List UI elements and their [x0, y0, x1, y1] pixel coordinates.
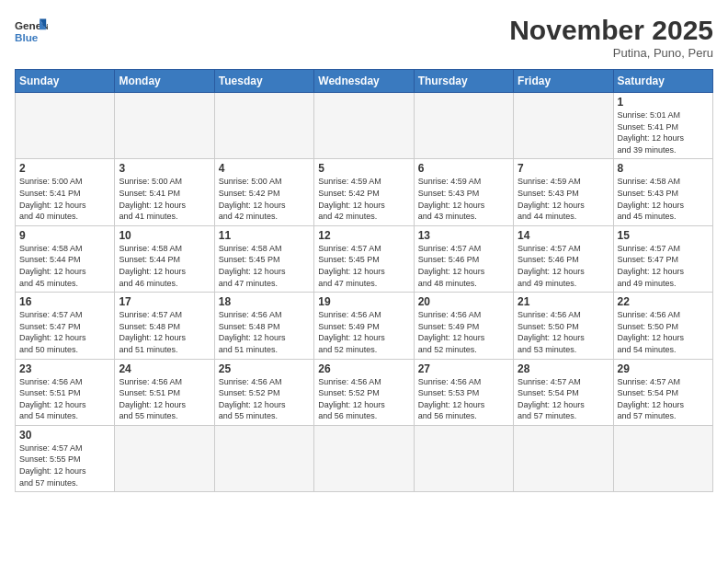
- day-number: 27: [418, 362, 509, 375]
- day-cell: 29Sunrise: 4:57 AM Sunset: 5:54 PM Dayli…: [613, 359, 712, 425]
- day-info: Sunrise: 4:58 AM Sunset: 5:43 PM Dayligh…: [618, 176, 709, 222]
- day-number: 22: [618, 295, 709, 308]
- day-cell: 22Sunrise: 4:56 AM Sunset: 5:50 PM Dayli…: [613, 293, 712, 359]
- day-number: 12: [318, 229, 409, 242]
- day-cell: [16, 93, 115, 159]
- day-cell: 18Sunrise: 4:56 AM Sunset: 5:48 PM Dayli…: [214, 293, 313, 359]
- day-cell: [414, 93, 513, 159]
- logo: General Blue: [15, 15, 48, 48]
- day-cell: [214, 425, 313, 491]
- day-info: Sunrise: 4:58 AM Sunset: 5:44 PM Dayligh…: [119, 243, 210, 289]
- day-cell: 12Sunrise: 4:57 AM Sunset: 5:45 PM Dayli…: [314, 225, 414, 292]
- day-cell: [214, 93, 313, 159]
- day-number: 23: [19, 362, 110, 375]
- day-cell: [514, 93, 613, 159]
- day-cell: 25Sunrise: 4:56 AM Sunset: 5:52 PM Dayli…: [214, 359, 313, 425]
- day-number: 17: [119, 295, 210, 308]
- day-info: Sunrise: 4:59 AM Sunset: 5:42 PM Dayligh…: [318, 176, 409, 222]
- day-cell: 5Sunrise: 4:59 AM Sunset: 5:42 PM Daylig…: [314, 159, 414, 225]
- day-cell: 27Sunrise: 4:56 AM Sunset: 5:53 PM Dayli…: [414, 359, 513, 425]
- day-info: Sunrise: 4:56 AM Sunset: 5:51 PM Dayligh…: [119, 376, 210, 422]
- day-cell: 6Sunrise: 4:59 AM Sunset: 5:43 PM Daylig…: [414, 159, 513, 225]
- week-row-5: 23Sunrise: 4:56 AM Sunset: 5:51 PM Dayli…: [16, 359, 713, 425]
- calendar: SundayMondayTuesdayWednesdayThursdayFrid…: [15, 69, 713, 492]
- day-number: 8: [618, 162, 709, 175]
- day-cell: 21Sunrise: 4:56 AM Sunset: 5:50 PM Dayli…: [514, 293, 613, 359]
- logo-icon: General Blue: [15, 15, 48, 48]
- day-info: Sunrise: 4:57 AM Sunset: 5:54 PM Dayligh…: [618, 376, 709, 422]
- day-number: 28: [518, 362, 609, 375]
- weekday-header-monday: Monday: [115, 70, 214, 93]
- day-number: 24: [119, 362, 210, 375]
- day-info: Sunrise: 4:56 AM Sunset: 5:48 PM Dayligh…: [219, 309, 310, 355]
- weekday-header-saturday: Saturday: [613, 70, 712, 93]
- title-block: November 2025 Putina, Puno, Peru: [509, 15, 713, 60]
- day-cell: 13Sunrise: 4:57 AM Sunset: 5:46 PM Dayli…: [414, 225, 513, 292]
- day-number: 7: [518, 162, 609, 175]
- day-info: Sunrise: 4:56 AM Sunset: 5:50 PM Dayligh…: [618, 309, 709, 355]
- day-info: Sunrise: 4:56 AM Sunset: 5:53 PM Dayligh…: [418, 376, 509, 422]
- day-number: 5: [318, 162, 409, 175]
- day-info: Sunrise: 4:57 AM Sunset: 5:45 PM Dayligh…: [318, 243, 409, 289]
- day-info: Sunrise: 4:56 AM Sunset: 5:49 PM Dayligh…: [418, 309, 509, 355]
- day-number: 21: [518, 295, 609, 308]
- day-info: Sunrise: 4:56 AM Sunset: 5:49 PM Dayligh…: [318, 309, 409, 355]
- day-info: Sunrise: 4:58 AM Sunset: 5:44 PM Dayligh…: [19, 243, 110, 289]
- day-cell: 14Sunrise: 4:57 AM Sunset: 5:46 PM Dayli…: [514, 225, 613, 292]
- day-cell: 26Sunrise: 4:56 AM Sunset: 5:52 PM Dayli…: [314, 359, 414, 425]
- day-cell: [115, 425, 214, 491]
- day-cell: 4Sunrise: 5:00 AM Sunset: 5:42 PM Daylig…: [214, 159, 313, 225]
- day-info: Sunrise: 5:00 AM Sunset: 5:41 PM Dayligh…: [19, 176, 110, 222]
- day-cell: 23Sunrise: 4:56 AM Sunset: 5:51 PM Dayli…: [16, 359, 115, 425]
- day-cell: 20Sunrise: 4:56 AM Sunset: 5:49 PM Dayli…: [414, 293, 513, 359]
- day-info: Sunrise: 4:59 AM Sunset: 5:43 PM Dayligh…: [518, 176, 609, 222]
- week-row-3: 9Sunrise: 4:58 AM Sunset: 5:44 PM Daylig…: [16, 225, 713, 292]
- weekday-header-friday: Friday: [514, 70, 613, 93]
- day-cell: 1Sunrise: 5:01 AM Sunset: 5:41 PM Daylig…: [613, 93, 712, 159]
- day-cell: 30Sunrise: 4:57 AM Sunset: 5:55 PM Dayli…: [16, 425, 115, 491]
- day-info: Sunrise: 5:00 AM Sunset: 5:41 PM Dayligh…: [119, 176, 210, 222]
- day-number: 26: [318, 362, 409, 375]
- day-info: Sunrise: 4:57 AM Sunset: 5:46 PM Dayligh…: [418, 243, 509, 289]
- day-info: Sunrise: 4:56 AM Sunset: 5:52 PM Dayligh…: [318, 376, 409, 422]
- day-cell: 16Sunrise: 4:57 AM Sunset: 5:47 PM Dayli…: [16, 293, 115, 359]
- day-number: 16: [19, 295, 110, 308]
- day-cell: 17Sunrise: 4:57 AM Sunset: 5:48 PM Dayli…: [115, 293, 214, 359]
- day-cell: 8Sunrise: 4:58 AM Sunset: 5:43 PM Daylig…: [613, 159, 712, 225]
- day-cell: [314, 425, 414, 491]
- day-number: 25: [219, 362, 310, 375]
- day-number: 10: [119, 229, 210, 242]
- day-number: 1: [618, 96, 709, 109]
- location: Putina, Puno, Peru: [509, 46, 713, 60]
- day-info: Sunrise: 4:57 AM Sunset: 5:54 PM Dayligh…: [518, 376, 609, 422]
- day-number: 19: [318, 295, 409, 308]
- svg-text:Blue: Blue: [15, 31, 39, 43]
- day-cell: [314, 93, 414, 159]
- day-number: 20: [418, 295, 509, 308]
- day-cell: [613, 425, 712, 491]
- weekday-header-sunday: Sunday: [16, 70, 115, 93]
- day-cell: 10Sunrise: 4:58 AM Sunset: 5:44 PM Dayli…: [115, 225, 214, 292]
- day-info: Sunrise: 5:01 AM Sunset: 5:41 PM Dayligh…: [618, 109, 709, 155]
- day-info: Sunrise: 4:57 AM Sunset: 5:47 PM Dayligh…: [19, 309, 110, 355]
- day-number: 11: [219, 229, 310, 242]
- weekday-header-thursday: Thursday: [414, 70, 513, 93]
- day-info: Sunrise: 4:56 AM Sunset: 5:51 PM Dayligh…: [19, 376, 110, 422]
- day-cell: 2Sunrise: 5:00 AM Sunset: 5:41 PM Daylig…: [16, 159, 115, 225]
- day-cell: [514, 425, 613, 491]
- day-number: 13: [418, 229, 509, 242]
- day-cell: 3Sunrise: 5:00 AM Sunset: 5:41 PM Daylig…: [115, 159, 214, 225]
- day-cell: 19Sunrise: 4:56 AM Sunset: 5:49 PM Dayli…: [314, 293, 414, 359]
- week-row-1: 1Sunrise: 5:01 AM Sunset: 5:41 PM Daylig…: [16, 93, 713, 159]
- day-info: Sunrise: 4:56 AM Sunset: 5:52 PM Dayligh…: [219, 376, 310, 422]
- day-cell: [414, 425, 513, 491]
- day-info: Sunrise: 4:58 AM Sunset: 5:45 PM Dayligh…: [219, 243, 310, 289]
- day-cell: 11Sunrise: 4:58 AM Sunset: 5:45 PM Dayli…: [214, 225, 313, 292]
- day-number: 18: [219, 295, 310, 308]
- day-number: 14: [518, 229, 609, 242]
- day-cell: 28Sunrise: 4:57 AM Sunset: 5:54 PM Dayli…: [514, 359, 613, 425]
- day-number: 15: [618, 229, 709, 242]
- day-cell: 15Sunrise: 4:57 AM Sunset: 5:47 PM Dayli…: [613, 225, 712, 292]
- day-number: 9: [19, 229, 110, 242]
- page-header: General Blue November 2025 Putina, Puno,…: [15, 15, 713, 60]
